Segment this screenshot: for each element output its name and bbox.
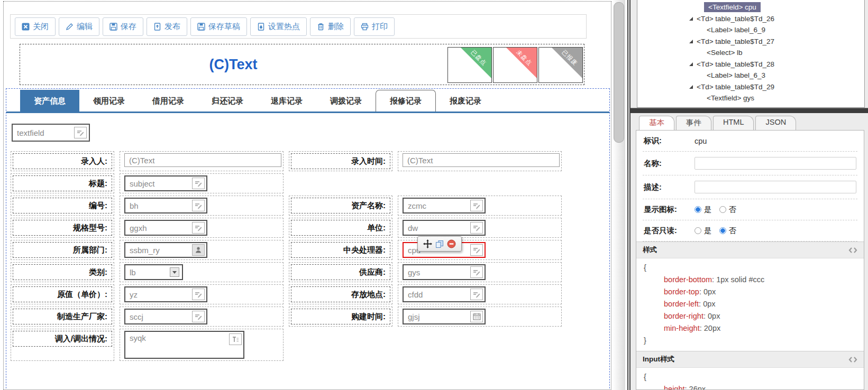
tab-退库记录[interactable]: 退库记录 [257,90,316,112]
field-zcmc[interactable]: zcmc [403,198,486,213]
field-lb[interactable]: lb [124,264,183,280]
radio-icon[interactable] [695,227,701,234]
field-cfdd[interactable]: cfdd [403,286,486,302]
field-yz[interactable]: yz [124,286,207,302]
tree-expand-icon[interactable] [689,40,693,43]
edit-icon [470,266,483,278]
remove-icon[interactable] [447,239,456,248]
label-cell: 购建时间: [289,307,392,327]
canvas-vertical-scrollbar[interactable] [613,0,625,390]
button-label: 设置热点 [268,22,300,32]
style-section-header[interactable]: 样式 [636,242,864,258]
tree-item-label: <Td> table_table$Td_26 [697,15,774,23]
label-cell: 资产名称: [289,196,392,216]
inspector-tab-基本[interactable]: 基本 [639,116,674,130]
move-icon[interactable] [423,239,432,248]
button-label: 关闭 [33,22,49,32]
scrollbar-thumb[interactable] [614,2,624,143]
textfield-widget[interactable]: textfield [12,124,90,142]
field-label: 调入/调出情况: [13,331,112,347]
save-draft-button[interactable]: 保存草稿 [190,17,247,36]
tab-报废记录[interactable]: 报废记录 [436,90,495,112]
tab-调拨记录[interactable]: 调拨记录 [316,90,376,112]
field-label: 中央处理器: [291,242,390,258]
tab-领用记录[interactable]: 领用记录 [79,90,139,112]
field-(C)Text[interactable]: (C)Text [124,153,281,167]
edit-icon [192,289,205,300]
tab-借用记录[interactable]: 借用记录 [139,90,198,112]
code-line: border-bottom: 1px solid #ccc [644,274,856,286]
form-rows: 录入人:(C)Text录入时间:(C)Text标题:subject编号:bh资产… [11,151,609,361]
tree-item-label: <Td> table_table$Td_27 [697,38,774,45]
field-gjsj[interactable]: gjsj [403,309,486,324]
radio-option[interactable]: 否 [719,226,737,236]
publish-button[interactable]: 发布 [147,17,187,36]
save-icon [109,23,117,31]
field-value: zcmc [408,201,426,210]
dropdown-icon[interactable] [169,267,180,277]
field-bh[interactable]: bh [124,198,207,213]
delete-button[interactable]: 删除 [310,17,351,36]
field-ggxh[interactable]: ggxh [124,220,207,236]
field-value: bh [130,201,139,210]
tree-item[interactable]: <Td> table_table$Td_26 [637,13,864,25]
field-dw[interactable]: dw [403,220,486,236]
edit-button[interactable]: 编辑 [59,17,99,36]
field-cell: ssbm_ry [120,240,284,260]
radio-option[interactable]: 是 [695,226,712,236]
property-input[interactable] [695,157,856,170]
section-title: Input样式 [643,355,674,364]
set-hotspot-button[interactable]: 设置热点 [250,17,307,36]
inspector-tab-事件[interactable]: 事件 [676,116,711,130]
tree-item[interactable]: <Textfield> gys [637,92,864,104]
field-label: 资产名称: [291,198,390,213]
tree-item[interactable]: <Td> table_table$Td_28 [637,59,864,70]
radio-selected-icon[interactable] [719,227,726,234]
style-code-block[interactable]: {height: 26pxcolor: #666 [636,368,864,390]
copy-icon[interactable] [435,240,444,248]
save-draft-icon [197,23,205,31]
tree-item-label: <Label> label_6_3 [707,71,765,79]
tab-报修记录[interactable]: 报修记录 [376,90,436,112]
tree-item[interactable]: <Td> table_table$Td_27 [637,36,864,48]
field-value: ssbm_ry [130,246,160,255]
tree-expand-icon[interactable] [689,62,693,66]
tab-资产信息[interactable]: 资产信息 [20,90,79,112]
tree-item[interactable]: <Label> label_6_3 [637,70,864,81]
radio-option[interactable]: 是 [695,205,712,215]
form-designer-canvas: 关闭编辑保存发布保存草稿设置热点删除打印 (C)Text 已盘点未盘点已报废 资… [3,1,611,390]
code-icon [848,247,857,253]
inspector-tab-HTML[interactable]: HTML [713,116,754,130]
field-(C)Text[interactable]: (C)Text [403,153,560,167]
tree-item[interactable]: <Td> table_table$Td_22 [637,104,864,108]
radio-selected-icon[interactable] [695,206,701,213]
field-value: cfdd [408,290,423,299]
save-button[interactable]: 保存 [103,17,143,36]
tree-item[interactable]: <Textfield> cpu [637,2,864,13]
field-value: ggxh [130,224,147,233]
tree-item[interactable]: <Select> lb [637,47,864,59]
style-section-header[interactable]: Input样式 [636,351,864,368]
close-button[interactable]: 关闭 [15,17,56,36]
tree-expand-icon[interactable] [689,17,693,21]
field-cell: syqk [120,329,284,361]
css-property: min-height [664,324,700,332]
radio-icon[interactable] [719,206,726,213]
tree-item[interactable]: <Td> table_table$Td_29 [637,81,864,93]
radio-option[interactable]: 否 [719,205,737,215]
button-label: 打印 [372,22,388,32]
inspector-tab-JSON[interactable]: JSON [755,116,796,130]
field-sccj[interactable]: sccj [124,309,207,324]
print-button[interactable]: 打印 [354,17,395,36]
property-input[interactable] [695,181,856,193]
tree-item[interactable]: <Label> label_6_9 [637,24,864,36]
textarea-icon [229,333,242,345]
field-gys[interactable]: gys [403,264,486,280]
field-ssbm_ry[interactable]: ssbm_ry [124,242,207,258]
tab-归还记录[interactable]: 归还记录 [198,90,257,112]
field-subject[interactable]: subject [124,175,207,191]
tree-expand-icon[interactable] [689,85,693,89]
property-row: 标识:cpu [643,131,857,152]
style-code-block[interactable]: {border-bottom: 1px solid #cccborder-top… [636,258,864,351]
field-syqk[interactable]: syqk [124,331,244,359]
